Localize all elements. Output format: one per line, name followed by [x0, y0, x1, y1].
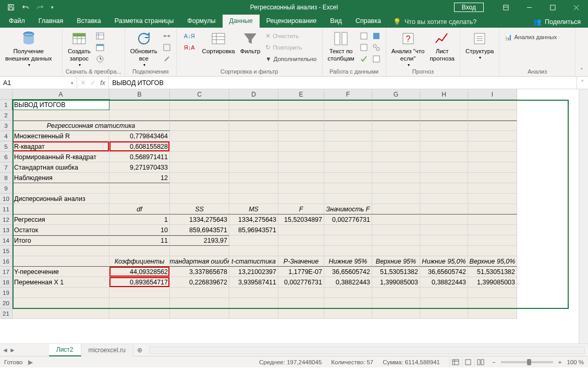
cell[interactable]	[13, 183, 109, 194]
cell[interactable]	[278, 100, 324, 110]
cell[interactable]	[468, 110, 517, 121]
save-button[interactable]	[4, 1, 18, 14]
cell[interactable]: 3,939587411	[229, 277, 278, 288]
cell[interactable]	[324, 288, 372, 298]
cell[interactable]	[170, 246, 229, 256]
filter-button[interactable]: Фильтр	[238, 29, 263, 56]
advanced-filter-button[interactable]: ▼Дополнительно	[263, 53, 318, 65]
cell[interactable]	[372, 298, 420, 308]
page-break-view-button[interactable]	[474, 357, 487, 367]
tab-help[interactable]: Справка	[349, 15, 388, 28]
row-header[interactable]: 2	[0, 110, 13, 121]
cell[interactable]: 859,6943571	[170, 225, 229, 235]
cell[interactable]	[229, 308, 278, 319]
cell[interactable]	[324, 235, 372, 246]
cell[interactable]	[109, 183, 170, 194]
row-header[interactable]: 3	[0, 121, 13, 131]
cell[interactable]	[229, 173, 278, 183]
cell[interactable]	[13, 110, 109, 121]
cell[interactable]	[468, 308, 517, 319]
column-header[interactable]: E	[278, 89, 324, 100]
cell[interactable]: P-Значение	[278, 256, 324, 267]
cell[interactable]	[229, 141, 278, 152]
cell[interactable]: Коэффициенты	[109, 256, 170, 267]
cell[interactable]	[324, 141, 372, 152]
cell[interactable]: 9,271970433	[109, 162, 170, 173]
zoom-level[interactable]: 100 %	[567, 359, 584, 365]
flash-fill-button[interactable]	[358, 30, 370, 42]
cell[interactable]	[278, 162, 324, 173]
remove-duplicates-button[interactable]	[358, 42, 370, 53]
cell[interactable]	[170, 173, 229, 183]
cell[interactable]	[468, 183, 517, 194]
cell[interactable]: 0,002776731	[278, 277, 324, 288]
cell[interactable]	[420, 183, 468, 194]
collapse-ribbon-button[interactable]: ˄	[575, 28, 588, 76]
cell[interactable]	[372, 246, 420, 256]
cell[interactable]: 44,09328562	[109, 267, 170, 277]
zoom-out-button[interactable]: −	[492, 359, 496, 365]
cell[interactable]	[468, 214, 517, 225]
cell[interactable]	[420, 121, 468, 131]
select-all-button[interactable]	[0, 89, 13, 100]
cell[interactable]: Нижние 95,0%	[420, 256, 468, 267]
cell[interactable]: 11	[109, 235, 170, 246]
macro-record-icon[interactable]: ▶	[28, 359, 33, 366]
login-button[interactable]: Вход	[454, 3, 484, 12]
cell[interactable]	[324, 298, 372, 308]
cell[interactable]	[278, 298, 324, 308]
cell[interactable]	[324, 121, 372, 131]
tell-me-box[interactable]: 💡 Что вы хотите сделать?	[388, 16, 482, 28]
cell[interactable]	[109, 110, 170, 121]
cell[interactable]	[372, 183, 420, 194]
show-queries-button[interactable]	[94, 30, 106, 42]
minimize-button[interactable]	[518, 0, 541, 15]
refresh-all-button[interactable]: Обновить все▾	[128, 29, 160, 68]
zoom-slider[interactable]	[501, 361, 553, 363]
cell[interactable]: Переменная X 1	[13, 277, 109, 288]
cell[interactable]: 1,399085003	[468, 277, 517, 288]
cell[interactable]: SS	[170, 204, 229, 214]
row-header[interactable]: 9	[0, 183, 13, 194]
row-header[interactable]: 12	[0, 214, 13, 225]
cell[interactable]	[420, 246, 468, 256]
cell[interactable]	[13, 288, 109, 298]
cell[interactable]	[468, 162, 517, 173]
cell[interactable]	[229, 100, 278, 110]
cell[interactable]	[468, 173, 517, 183]
cell[interactable]	[468, 225, 517, 235]
row-header[interactable]: 10	[0, 194, 13, 204]
cell[interactable]	[170, 100, 229, 110]
cell[interactable]	[324, 308, 372, 319]
cell[interactable]: Остаток	[13, 225, 109, 235]
name-box[interactable]: A1▾	[0, 77, 77, 89]
enter-formula-icon[interactable]: ✓	[90, 79, 96, 87]
sheet-nav-prev[interactable]: ◄	[2, 347, 8, 354]
cell[interactable]	[420, 100, 468, 110]
new-query-button[interactable]: Создать запрос▾	[66, 29, 93, 68]
cell[interactable]: ВЫВОД ИТОГОВ	[13, 100, 109, 110]
cell[interactable]: F	[278, 204, 324, 214]
cell[interactable]	[109, 194, 170, 204]
tab-data[interactable]: Данные	[223, 15, 260, 28]
cell[interactable]: 0,608155828	[109, 141, 170, 152]
cell[interactable]	[278, 152, 324, 162]
cell[interactable]	[372, 308, 420, 319]
cell[interactable]: 0,568971411	[109, 152, 170, 162]
cell[interactable]	[372, 100, 420, 110]
cell[interactable]: 13,21002397	[229, 267, 278, 277]
tab-file[interactable]: Файл	[2, 15, 32, 28]
cell[interactable]	[170, 121, 229, 131]
cell[interactable]: 36,65605742	[420, 267, 468, 277]
tab-formulas[interactable]: Формулы	[180, 15, 222, 28]
cell[interactable]: 1334,275643	[170, 214, 229, 225]
clear-filter-button[interactable]: ✕Очистить	[263, 30, 318, 42]
column-header[interactable]: A	[13, 89, 109, 100]
cell[interactable]	[278, 246, 324, 256]
cell[interactable]	[420, 173, 468, 183]
row-header[interactable]: 13	[0, 225, 13, 235]
column-header[interactable]: B	[109, 89, 170, 100]
cell[interactable]	[372, 110, 420, 121]
column-header[interactable]: C	[170, 89, 229, 100]
cell[interactable]	[372, 121, 420, 131]
